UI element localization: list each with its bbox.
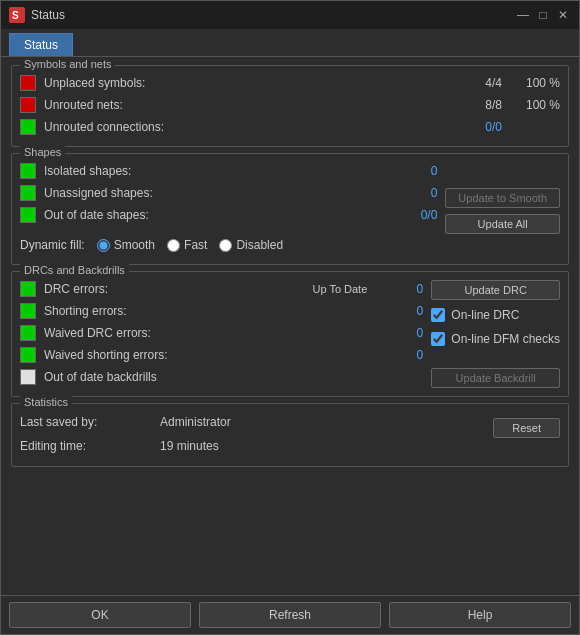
update-backdrill-button[interactable]: Update Backdrill [431, 368, 560, 388]
unrouted-connections-label: Unrouted connections: [44, 120, 454, 134]
window-controls: — □ ✕ [515, 7, 571, 23]
unplaced-symbols-label: Unplaced symbols: [44, 76, 454, 90]
update-to-smooth-button[interactable]: Update to Smooth [445, 188, 560, 208]
ood-shapes-value: 0/0 [397, 208, 437, 222]
ood-backdrills-label: Out of date backdrills [44, 370, 423, 384]
unrouted-nets-value: 8/8 [462, 98, 502, 112]
ood-shapes-row: Out of date shapes: 0/0 [20, 204, 437, 226]
shorting-errors-value: 0 [383, 304, 423, 318]
unrouted-nets-row: Unrouted nets: 8/8 100 % [20, 94, 560, 116]
tab-status[interactable]: Status [9, 33, 73, 56]
online-drc-text: On-line DRC [451, 308, 519, 322]
last-saved-label: Last saved by: [20, 415, 160, 429]
unplaced-symbols-percent: 100 % [510, 76, 560, 90]
smooth-radio-label[interactable]: Smooth [97, 238, 155, 252]
update-drc-button[interactable]: Update DRC [431, 280, 560, 300]
help-button[interactable]: Help [389, 602, 571, 628]
dynamic-fill-label: Dynamic fill: [20, 238, 85, 252]
last-saved-row: Last saved by: Administrator [20, 410, 485, 434]
unplaced-symbols-indicator [20, 75, 36, 91]
unassigned-shapes-row: Unassigned shapes: 0 [20, 182, 437, 204]
isolated-shapes-value: 0 [397, 164, 437, 178]
footer: OK Refresh Help [1, 595, 579, 634]
shapes-section: Shapes Isolated shapes: 0 Unassigned sha… [11, 153, 569, 265]
reset-button[interactable]: Reset [493, 418, 560, 438]
symbols-nets-section: Symbols and nets Unplaced symbols: 4/4 1… [11, 65, 569, 147]
waived-shorting-value: 0 [383, 348, 423, 362]
disabled-radio[interactable] [219, 239, 232, 252]
shapes-title: Shapes [20, 146, 65, 158]
unplaced-symbols-value: 4/4 [462, 76, 502, 90]
unrouted-nets-percent: 100 % [510, 98, 560, 112]
isolated-shapes-row: Isolated shapes: 0 [20, 160, 437, 182]
ood-backdrills-row: Out of date backdrills [20, 366, 423, 388]
symbols-nets-title: Symbols and nets [20, 58, 115, 70]
smooth-radio[interactable] [97, 239, 110, 252]
drc-errors-value: 0 [383, 282, 423, 296]
smooth-label: Smooth [114, 238, 155, 252]
tab-bar: Status [1, 29, 579, 57]
waived-shorting-row: Waived shorting errors: 0 [20, 344, 423, 366]
window-title: Status [31, 8, 509, 22]
dynamic-fill-row: Dynamic fill: Smooth Fast Disabled [20, 234, 560, 256]
unassigned-shapes-value: 0 [397, 186, 437, 200]
drc-errors-status: Up To Date [312, 283, 367, 295]
app-icon: S [9, 7, 25, 23]
online-drc-label[interactable]: On-line DRC [431, 306, 560, 324]
content-area: Symbols and nets Unplaced symbols: 4/4 1… [1, 57, 579, 595]
isolated-shapes-indicator [20, 163, 36, 179]
ood-shapes-label: Out of date shapes: [44, 208, 389, 222]
main-window: S Status — □ ✕ Status Symbols and nets U… [0, 0, 580, 635]
waived-drc-label: Waived DRC errors: [44, 326, 375, 340]
online-drc-checkbox[interactable] [431, 308, 445, 322]
disabled-label: Disabled [236, 238, 283, 252]
unrouted-nets-indicator [20, 97, 36, 113]
maximize-button[interactable]: □ [535, 7, 551, 23]
unplaced-symbols-row: Unplaced symbols: 4/4 100 % [20, 72, 560, 94]
online-dfm-label[interactable]: On-line DFM checks [431, 330, 560, 348]
unassigned-shapes-label: Unassigned shapes: [44, 186, 389, 200]
unassigned-shapes-indicator [20, 185, 36, 201]
unrouted-connections-indicator [20, 119, 36, 135]
editing-time-value: 19 minutes [160, 439, 219, 453]
close-button[interactable]: ✕ [555, 7, 571, 23]
fast-label: Fast [184, 238, 207, 252]
drc-errors-row: DRC errors: Up To Date 0 [20, 278, 423, 300]
svg-text:S: S [12, 10, 19, 21]
refresh-button[interactable]: Refresh [199, 602, 381, 628]
statistics-title: Statistics [20, 396, 72, 408]
waived-shorting-indicator [20, 347, 36, 363]
disabled-radio-label[interactable]: Disabled [219, 238, 283, 252]
title-bar: S Status — □ ✕ [1, 1, 579, 29]
ok-button[interactable]: OK [9, 602, 191, 628]
waived-shorting-label: Waived shorting errors: [44, 348, 375, 362]
shorting-errors-label: Shorting errors: [44, 304, 375, 318]
fast-radio[interactable] [167, 239, 180, 252]
waived-drc-value: 0 [383, 326, 423, 340]
drcs-title: DRCs and Backdrills [20, 264, 129, 276]
drc-errors-label: DRC errors: [44, 282, 304, 296]
shorting-errors-indicator [20, 303, 36, 319]
unrouted-nets-label: Unrouted nets: [44, 98, 454, 112]
waived-drc-indicator [20, 325, 36, 341]
waived-drc-row: Waived DRC errors: 0 [20, 322, 423, 344]
drcs-section: DRCs and Backdrills DRC errors: Up To Da… [11, 271, 569, 397]
online-dfm-checkbox[interactable] [431, 332, 445, 346]
unrouted-connections-row: Unrouted connections: 0/0 [20, 116, 560, 138]
minimize-button[interactable]: — [515, 7, 531, 23]
drc-errors-indicator [20, 281, 36, 297]
unrouted-connections-value: 0/0 [462, 120, 502, 134]
shorting-errors-row: Shorting errors: 0 [20, 300, 423, 322]
isolated-shapes-label: Isolated shapes: [44, 164, 389, 178]
editing-time-label: Editing time: [20, 439, 160, 453]
last-saved-value: Administrator [160, 415, 231, 429]
fast-radio-label[interactable]: Fast [167, 238, 207, 252]
ood-shapes-indicator [20, 207, 36, 223]
update-all-button[interactable]: Update All [445, 214, 560, 234]
ood-backdrills-indicator [20, 369, 36, 385]
editing-time-row: Editing time: 19 minutes [20, 434, 485, 458]
online-dfm-text: On-line DFM checks [451, 332, 560, 346]
statistics-section: Statistics Last saved by: Administrator … [11, 403, 569, 467]
